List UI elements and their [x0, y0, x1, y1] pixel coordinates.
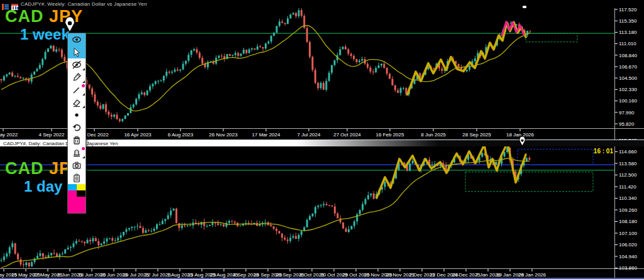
daily-chart-titlebar[interactable]: CADJPY#, Daily: Canadian Dollar vs Japan… [0, 140, 644, 146]
marker-pen-button[interactable] [68, 71, 86, 84]
clipboard-copy-button[interactable] [68, 172, 86, 184]
weekly-chart-title: CADJPY#, Weekly: Canadian Dollar vs Japa… [21, 1, 147, 7]
color-palette [68, 184, 86, 197]
active-color-dot [82, 147, 85, 150]
marker-pen-icon [72, 72, 82, 82]
submenu-corner-icon [82, 106, 85, 108]
hide-eye-off-icon [72, 60, 82, 70]
clipboard-copy-icon [72, 173, 82, 183]
delete-trash-button[interactable] [68, 134, 86, 146]
select-cursor-button[interactable] [68, 46, 86, 58]
stamp-tool-button[interactable] [68, 146, 86, 159]
delete-trash-icon [72, 135, 82, 145]
daily-time-axis[interactable] [0, 269, 615, 278]
line-tool-button[interactable] [68, 84, 86, 96]
submenu-corner-icon [82, 68, 85, 70]
weekly-chart-titlebar[interactable]: CADJPY#, Weekly: Canadian Dollar vs Japa… [0, 0, 644, 8]
color-swatch-3[interactable] [77, 190, 86, 197]
eraser-icon [72, 97, 82, 107]
color-swatch-0[interactable] [68, 184, 77, 190]
screenshot-camera-icon [72, 160, 82, 170]
timer-clock: 16 : 01 [594, 148, 613, 155]
trading-platform-window: 117.520115.350113.180111.010108.840106.6… [0, 0, 644, 279]
weekly-time-axis[interactable] [0, 129, 615, 140]
hide-eye-off-button[interactable] [68, 58, 86, 71]
undo-arrow-icon [72, 123, 82, 133]
point-dot-icon [72, 110, 82, 120]
stamp-tool-icon [72, 148, 82, 158]
drawing-toolbar[interactable] [67, 33, 86, 214]
undo-arrow-button[interactable] [68, 121, 86, 134]
price-axis[interactable] [615, 0, 644, 278]
screenshot-camera-button[interactable] [68, 159, 86, 172]
active-color-dot [82, 84, 85, 87]
visibility-eye-button[interactable] [68, 33, 86, 46]
select-cursor-icon [72, 47, 82, 57]
submenu-corner-icon [82, 156, 85, 158]
line-tool-icon [72, 85, 82, 95]
submenu-corner-icon [82, 80, 85, 83]
chart-list-icon[interactable] [2, 1, 9, 8]
color-swatch-1[interactable] [77, 184, 86, 190]
chart-window-icon[interactable] [11, 1, 18, 8]
visibility-eye-icon [72, 35, 82, 45]
daily-chart-title: CADJPY#, Daily: Canadian Dollar vs Japan… [3, 141, 118, 146]
color-swatch-2[interactable] [68, 190, 77, 197]
active-color-swatch[interactable] [68, 197, 86, 213]
eraser-button[interactable] [68, 96, 86, 109]
submenu-corner-icon [82, 93, 85, 96]
point-dot-button[interactable] [68, 109, 86, 121]
